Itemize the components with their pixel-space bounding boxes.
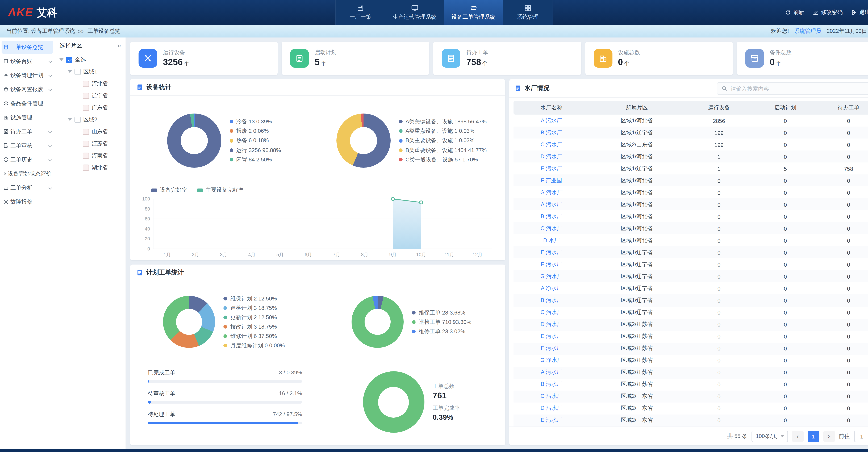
legend-item[interactable]: 维保工单 28 3.68%	[412, 309, 471, 316]
plant-name-link[interactable]: C 污水厂	[514, 225, 589, 232]
current-user-link[interactable]: 系统管理员	[794, 28, 822, 35]
legend-item[interactable]: 巡检计划 3 18.75%	[224, 304, 285, 311]
sidebar-item-fault-repair[interactable]: 故障报修	[2, 195, 53, 208]
sidebar-item-spare-parts[interactable]: 备品备件管理	[2, 97, 53, 110]
current-page-button[interactable]: 1	[808, 430, 819, 442]
plant-name-link[interactable]: D 污水厂	[514, 321, 589, 328]
legend-item[interactable]: 热备 6 0.18%	[229, 137, 281, 144]
table-cell: 0	[817, 285, 868, 292]
change-password-button[interactable]: 修改密码	[812, 9, 843, 16]
plant-name-link[interactable]: B 污水厂	[514, 213, 589, 220]
plant-name-link[interactable]: A 污水厂	[514, 369, 589, 376]
tree-node-province[interactable]: 山东省	[59, 126, 121, 137]
plant-name-link[interactable]: G 净水厂	[514, 357, 589, 364]
checkbox[interactable]	[83, 152, 89, 159]
refresh-button[interactable]: 刷新	[785, 9, 804, 16]
page-size-select[interactable]: 100条/页	[751, 430, 787, 442]
legend-item[interactable]: 维保计划 2 12.50%	[224, 295, 285, 302]
tree-node-province[interactable]: 辽宁省	[59, 90, 121, 101]
legend-item[interactable]: 维修工单 23 3.02%	[412, 328, 471, 335]
sidebar-item-todo-workorder[interactable]: 待办工单	[2, 125, 53, 138]
checkbox[interactable]	[83, 140, 89, 147]
plant-name-link[interactable]: C 污水厂	[514, 309, 589, 316]
table-cell: 0	[754, 201, 817, 207]
logout-button[interactable]: 退出登录	[851, 9, 868, 16]
tree-node-province[interactable]: 广东省	[59, 101, 121, 114]
legend-item[interactable]: A类重点设备、设施 1 0.03%	[399, 128, 487, 134]
plant-name-link[interactable]: A 净水厂	[514, 285, 589, 292]
legend-item[interactable]: 维修计划 6 37.50%	[224, 333, 285, 340]
legend-item[interactable]: B类主要设备、设施 1 0.03%	[399, 137, 487, 144]
goto-page-input[interactable]	[854, 430, 868, 442]
legend-item[interactable]: 技改计划 3 18.75%	[224, 323, 285, 330]
checkbox[interactable]	[83, 104, 89, 111]
legend-item[interactable]: 冷备 13 0.39%	[229, 118, 281, 125]
caret-down-icon[interactable]	[59, 58, 64, 61]
plant-name-link[interactable]: F 产业园	[514, 177, 589, 184]
sidebar-item-workorder-audit[interactable]: 工单审核	[2, 139, 53, 152]
sidebar-item-workorder-history[interactable]: 工单历史	[2, 153, 53, 166]
legend-item[interactable]: B类重要设备、设施 1404 41.77%	[399, 147, 487, 154]
chart-legend-item[interactable]: 设备完好率	[151, 186, 187, 194]
tree-node-province[interactable]: 河北省	[59, 77, 121, 90]
plant-name-link[interactable]: G 污水厂	[514, 273, 589, 280]
plant-name-link[interactable]: A 污水厂	[514, 117, 589, 124]
plant-name-link[interactable]: C 污水厂	[514, 141, 589, 148]
plant-name-link[interactable]: B 污水厂	[514, 129, 589, 136]
plant-name-link[interactable]: B 污水厂	[514, 381, 589, 388]
tree-node-select-all[interactable]: 全选	[59, 54, 121, 66]
plant-name-link[interactable]: D 污水厂	[514, 153, 589, 160]
checkbox[interactable]	[83, 128, 89, 135]
caret-down-icon[interactable]	[68, 118, 72, 121]
next-page-button[interactable]: ›	[823, 430, 835, 442]
sidebar-item-equipment-plan[interactable]: 设备管理计划	[2, 69, 53, 82]
legend-item[interactable]: 报废 2 0.06%	[229, 128, 281, 134]
tree-node-province[interactable]: 江苏省	[59, 137, 121, 150]
top-tab-one-plant-one-policy[interactable]: 一厂一策	[335, 0, 385, 25]
legend-item[interactable]: 月度维修计划 0 0.00%	[224, 342, 285, 349]
legend-item[interactable]: 闲置 84 2.50%	[229, 156, 281, 163]
legend-item[interactable]: 更新计划 2 12.50%	[224, 314, 285, 321]
search-input[interactable]	[731, 85, 868, 92]
checkbox[interactable]	[66, 57, 72, 63]
plant-name-link[interactable]: E 污水厂	[514, 249, 589, 256]
plant-name-link[interactable]: A 污水厂	[514, 201, 589, 208]
sidebar-item-workorder-overview[interactable]: 工单设备总览	[2, 41, 53, 54]
sidebar-item-equipment-ledger[interactable]: 设备台账	[2, 55, 53, 68]
top-tab-equipment-workorder-system[interactable]: 设备工单管理系统	[444, 0, 503, 25]
plant-name-link[interactable]: C 污水厂	[514, 393, 589, 400]
legend-item[interactable]: 运行 3256 96.88%	[229, 147, 281, 154]
plant-name-link[interactable]: B 污水厂	[514, 297, 589, 304]
plant-name-link[interactable]: E 污水厂	[514, 165, 589, 172]
checkbox[interactable]	[83, 93, 89, 99]
plant-name-link[interactable]: D 污水厂	[514, 405, 589, 412]
tree-node-group[interactable]: 区域1	[59, 66, 121, 77]
legend-item[interactable]: A类关键设备、设施 1898 56.47%	[399, 118, 487, 125]
sidebar-item-equipment-status-eval[interactable]: 设备完好状态评价	[2, 167, 53, 180]
plant-name-link[interactable]: E 污水厂	[514, 417, 589, 424]
collapse-panel-button[interactable]: «	[118, 42, 121, 50]
sidebar-item-workorder-analysis[interactable]: 工单分析	[2, 181, 53, 194]
plant-name-link[interactable]: F 污水厂	[514, 345, 589, 352]
chart-legend-item[interactable]: 主要设备完好率	[197, 186, 244, 194]
tree-node-province[interactable]: 河南省	[59, 150, 121, 161]
top-tab-production-operation-system[interactable]: 生产运营管理系统	[385, 0, 444, 25]
tree-node-group[interactable]: 区域2	[59, 114, 121, 126]
checkbox[interactable]	[74, 117, 81, 123]
plant-name-link[interactable]: F 污水厂	[514, 261, 589, 268]
sidebar-item-equipment-idle-scrap[interactable]: 设备闲置报废	[2, 83, 53, 96]
tree-node-province[interactable]: 湖北省	[59, 161, 121, 173]
checkbox[interactable]	[83, 80, 89, 87]
plant-name-link[interactable]: G 污水厂	[514, 189, 589, 196]
top-tab-system-management[interactable]: 系统管理	[503, 0, 553, 25]
legend-item[interactable]: C类一般设备、设施 57 1.70%	[399, 156, 487, 163]
sidebar-item-facility-management[interactable]: 设施管理	[2, 111, 53, 124]
plant-name-link[interactable]: E 污水厂	[514, 333, 589, 340]
plant-name-link[interactable]: D 水厂	[514, 237, 589, 244]
prev-page-button[interactable]: ‹	[792, 430, 803, 442]
checkbox[interactable]	[74, 69, 81, 75]
caret-down-icon[interactable]	[68, 70, 72, 73]
svg-text:100: 100	[142, 196, 150, 201]
legend-item[interactable]: 巡检工单 710 93.30%	[412, 319, 471, 325]
checkbox[interactable]	[83, 164, 89, 171]
